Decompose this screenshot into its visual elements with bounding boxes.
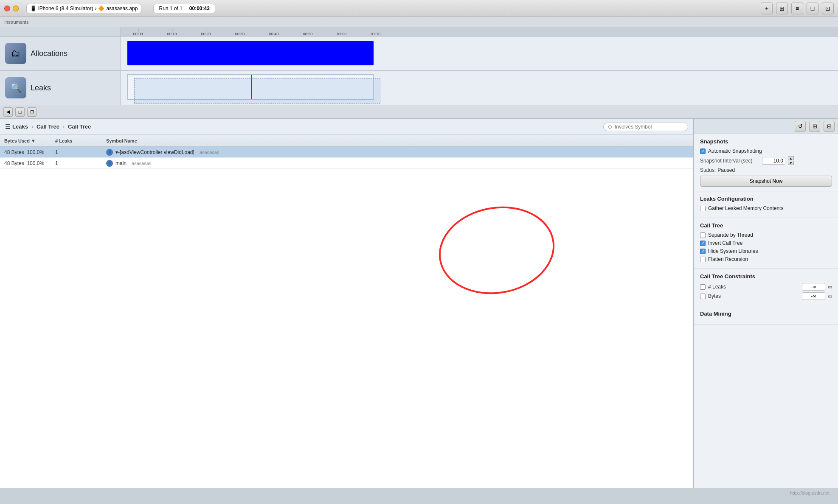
leaks-min-input[interactable] <box>802 283 825 291</box>
row-1-leaks: 1 <box>53 160 104 166</box>
inspector-btn-3[interactable]: ⊟ <box>824 121 835 132</box>
app-icon: 🔶 <box>98 6 104 11</box>
status-value: Paused <box>717 167 735 173</box>
separate-by-thread-label: Separate by Thread <box>708 232 753 238</box>
call-tree-constraints-section: Call Tree Constraints # Leaks ∞ Bytes ∞ <box>694 269 838 306</box>
snapshot-now-button[interactable]: Snapshot Now <box>700 176 832 187</box>
separate-by-thread-checkbox[interactable] <box>700 232 706 238</box>
nav-call-tree-2[interactable]: Call Tree <box>68 123 91 130</box>
title-bar: 📱 iPhone 6 (8.4 Simulator) › 🔶 asasasas.… <box>0 0 838 17</box>
inspector-toolbar: ↺ ⊞ ⊟ <box>694 119 838 134</box>
bytes-max: ∞ <box>828 293 832 300</box>
gather-leaked-checkbox[interactable] <box>700 206 706 211</box>
back-button[interactable]: ◀ <box>3 107 13 117</box>
separate-by-thread-row: Separate by Thread <box>700 232 832 238</box>
row-1-app: asasasas <box>132 161 151 166</box>
red-cursor <box>251 75 252 99</box>
leaks-track: 🔍 Leaks <box>0 71 838 105</box>
col-bytes-used[interactable]: Bytes Used ▼ <box>2 138 53 143</box>
row-0-leaks-val: 1 <box>55 149 58 155</box>
search-input[interactable] <box>615 124 683 130</box>
constraints-title: Call Tree Constraints <box>700 273 832 280</box>
timeline-left-spacer <box>0 27 121 36</box>
interval-stepper: ▲ ▼ <box>788 156 794 165</box>
view-button-1[interactable]: ⊞ <box>776 3 788 14</box>
col-symbol-label: Symbol Name <box>106 138 137 143</box>
inspector-btn-2[interactable]: ⊞ <box>809 121 820 132</box>
stepper-down[interactable]: ▼ <box>788 161 794 165</box>
view-button-4[interactable]: ⊡ <box>822 3 834 14</box>
view-button-3[interactable]: □ <box>807 3 818 14</box>
auto-snapshot-label: Automatic Snapshotting <box>708 148 762 154</box>
square-view-button[interactable]: □ <box>15 107 25 117</box>
leaks-content-box <box>127 74 374 100</box>
table-row[interactable]: 48 Bytes 100.0% 1 👤 ▾-[asdViewController… <box>0 147 693 158</box>
bytes-constraint-checkbox[interactable] <box>700 294 706 299</box>
tick-2: 00:20 <box>189 29 223 36</box>
search-icon: ⊙ <box>608 124 612 130</box>
inspector-btn-1[interactable]: ↺ <box>795 121 806 132</box>
allocations-title: Allocations <box>31 49 67 58</box>
row-1-bytes: 48 Bytes 100.0% <box>2 160 53 166</box>
timeline-ruler-row: 00:00 00:10 00:20 00:30 00:40 00:50 01:0… <box>0 27 838 36</box>
watermark: http://blog.csdn.net <box>790 490 830 496</box>
inspector-panel: ↺ ⊞ ⊟ Snapshots ✓ Automatic Snapshotting… <box>694 119 838 488</box>
stop-button[interactable] <box>4 6 10 11</box>
device-label: 📱 iPhone 6 (8.4 Simulator) › 🔶 asasasas.… <box>26 4 141 13</box>
col-num-leaks[interactable]: # Leaks <box>53 138 104 143</box>
auto-snapshot-checkbox[interactable]: ✓ <box>700 148 706 154</box>
leaks-title: Leaks <box>31 84 51 92</box>
view-button-2[interactable]: ≡ <box>791 3 803 14</box>
tick-6: 01:00 <box>325 29 359 36</box>
row-0-sym-text: ▾-[asdViewController viewDidLoad] <box>115 149 194 155</box>
row-0-bytes-val: 48 Bytes <box>4 149 24 155</box>
leaks-constraint-checkbox[interactable] <box>700 284 706 290</box>
call-tree-section: Call Tree Separate by Thread ✓ Invert Ca… <box>694 218 838 269</box>
flatten-recursion-row: Flatten Recursion <box>700 256 832 262</box>
row-0-leaks: 1 <box>53 149 104 155</box>
invert-call-tree-checkbox[interactable]: ✓ <box>700 241 706 246</box>
interval-row: Snapshot Interval (sec) ▲ ▼ <box>700 156 832 165</box>
bytes-min-input[interactable] <box>802 292 825 300</box>
tick-5: 00:50 <box>291 29 325 36</box>
nav-arrow-1: › <box>31 124 33 130</box>
interval-label: Snapshot Interval (sec) <box>700 158 759 164</box>
nav-call-tree-1[interactable]: Call Tree <box>37 123 59 130</box>
tick-label-6: 01:00 <box>337 32 347 36</box>
tick-label-5: 00:50 <box>303 32 313 36</box>
tick-3: 00:30 <box>223 29 257 36</box>
device-icon: 📱 <box>30 6 37 11</box>
toolbar-right: + ⊞ ≡ □ ⊡ <box>761 3 834 14</box>
hide-system-libs-checkbox[interactable]: ✓ <box>700 249 706 254</box>
allocations-track-label: 🗂 Allocations <box>0 36 121 70</box>
interval-input[interactable] <box>762 157 785 165</box>
bottom-controls: ◀ □ ⊡ <box>0 105 838 119</box>
pause-button[interactable] <box>13 6 19 11</box>
flatten-recursion-checkbox[interactable] <box>700 257 706 262</box>
row-1-sym-text: main <box>115 160 127 166</box>
hamburger-icon: ☰ <box>5 123 11 130</box>
leaks-track-label: 🔍 Leaks <box>0 71 121 105</box>
gather-leaked-row: Gather Leaked Memory Contents <box>700 205 832 211</box>
nav-search[interactable]: ⊙ <box>603 123 688 131</box>
tick-label-2: 00:20 <box>201 32 211 36</box>
row-0-sym: 👤 ▾-[asdViewController viewDidLoad] asas… <box>104 149 692 156</box>
tick-label-4: 00:40 <box>269 32 279 36</box>
col-bytes-label: Bytes Used <box>4 138 30 143</box>
nav-leaks: ☰ Leaks <box>5 123 28 130</box>
leaks-track-content[interactable] <box>121 71 838 105</box>
add-instrument-button[interactable]: + <box>761 3 773 14</box>
row-1-sym: 👤 main asasasas <box>104 160 692 167</box>
nav-arrow-2: › <box>63 124 65 130</box>
selection-overlay <box>134 78 380 104</box>
invert-call-tree-row: ✓ Invert Call Tree <box>700 240 832 246</box>
row-0-app: asasasas <box>200 150 219 155</box>
ruler-ticks: 00:00 00:10 00:20 00:30 00:40 00:50 01:0… <box>121 27 393 36</box>
status-label: Status: <box>700 167 716 173</box>
allocations-track-content[interactable] <box>121 36 838 70</box>
bytes-constraint-row: Bytes ∞ <box>700 292 832 300</box>
stepper-up[interactable]: ▲ <box>788 156 794 160</box>
leaks-config-title: Leaks Configuration <box>700 196 832 202</box>
grid-view-button[interactable]: ⊡ <box>27 107 37 117</box>
table-row[interactable]: 48 Bytes 100.0% 1 👤 main asasasas <box>0 158 693 169</box>
